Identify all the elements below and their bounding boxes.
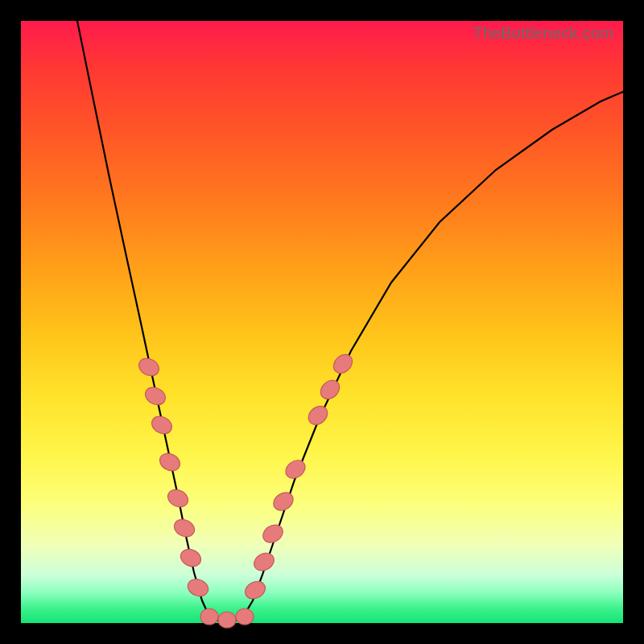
bead-marker [283, 456, 309, 482]
bead-marker [157, 450, 183, 474]
bead-marker [305, 402, 332, 428]
bead-marker [185, 576, 211, 599]
bead-marker [149, 413, 175, 437]
bead-marker [242, 578, 268, 602]
bead-markers [136, 351, 356, 628]
chart-frame: TheBottleneck.com [21, 21, 623, 623]
bead-marker [200, 609, 218, 625]
bead-marker [142, 384, 168, 408]
bead-marker [236, 609, 254, 625]
bead-marker [171, 516, 197, 539]
bead-marker [136, 355, 162, 379]
bead-marker [260, 522, 287, 547]
bead-marker [270, 489, 297, 514]
bottleneck-curve-plot [21, 21, 623, 623]
bead-marker [317, 377, 344, 402]
bead-marker [178, 547, 204, 570]
bottleneck-curve [77, 21, 623, 621]
bead-marker [165, 486, 191, 510]
bead-marker [218, 612, 236, 628]
bead-marker [330, 351, 356, 378]
bead-marker [251, 550, 278, 574]
